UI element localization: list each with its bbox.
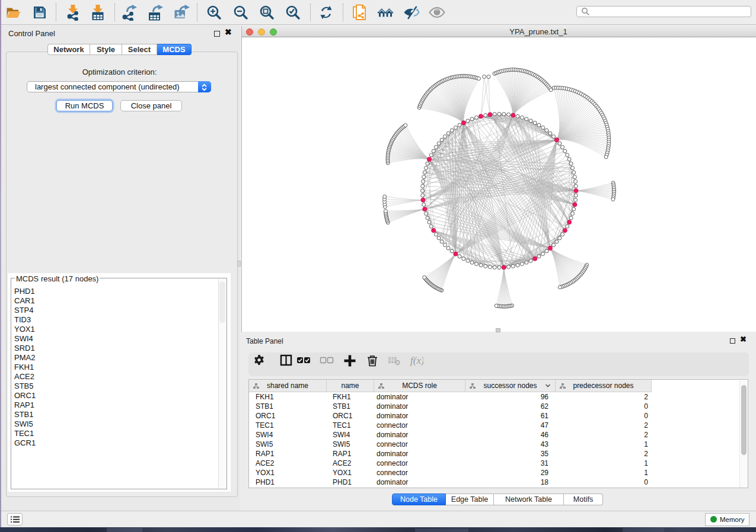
- svg-text:f(x): f(x): [410, 355, 423, 366]
